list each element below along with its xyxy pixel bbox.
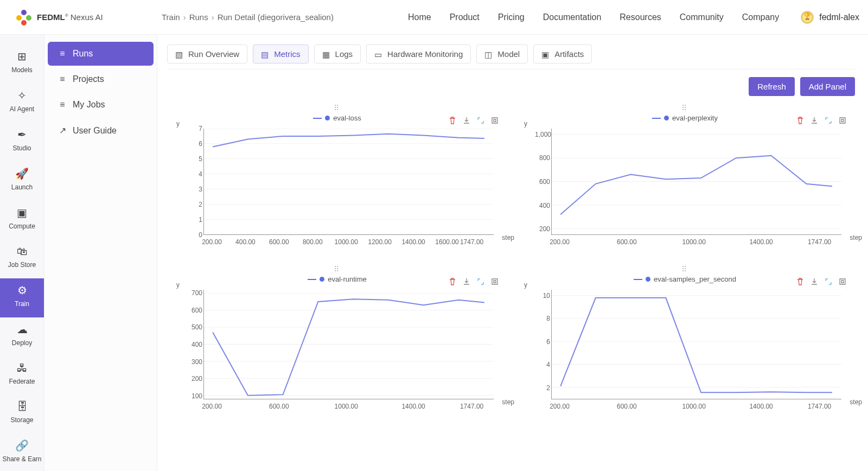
user-menu[interactable]: fedml-alex xyxy=(801,11,859,24)
logs-icon: ▦ xyxy=(322,50,331,59)
x-tick: 1747.00 xyxy=(460,403,483,410)
plot-area[interactable] xyxy=(203,290,494,399)
x-axis-label: step xyxy=(502,234,514,241)
y-tick: 400 xyxy=(535,202,550,209)
deploy-icon: ☁ xyxy=(0,323,44,336)
rail-item-studio[interactable]: ✒Studio xyxy=(0,123,44,162)
x-tick: 200.00 xyxy=(550,403,570,410)
rail-item-job-store[interactable]: 🛍Job Store xyxy=(0,240,44,278)
ai-agent-icon: ✧ xyxy=(0,89,44,102)
tab-logs[interactable]: ▦Logs xyxy=(314,44,361,63)
rst-icon[interactable] xyxy=(838,277,847,286)
del-icon[interactable] xyxy=(448,277,457,286)
crumb-train[interactable]: Train xyxy=(162,12,180,22)
dl-icon[interactable] xyxy=(810,116,819,125)
sidebar-item-user-guide[interactable]: ↗User Guide xyxy=(48,118,154,143)
tab-artifacts[interactable]: ▣Artifacts xyxy=(533,44,592,63)
artifacts-icon: ▣ xyxy=(541,50,550,59)
nav-pricing[interactable]: Pricing xyxy=(498,12,525,22)
tab-hardware-monitoring[interactable]: ▭Hardware Monitoring xyxy=(366,44,471,63)
x-tick: 1400.00 xyxy=(401,238,425,246)
crumb-runs[interactable]: Runs xyxy=(189,12,208,22)
plot-area[interactable] xyxy=(551,129,841,235)
launch-icon: 🚀 xyxy=(0,167,44,180)
drag-handle-icon[interactable]: ⠿ xyxy=(515,102,854,114)
sidebar-item-projects[interactable]: ≡Projects xyxy=(48,67,154,91)
y-axis-label: y xyxy=(176,281,180,289)
rail-item-storage[interactable]: 🗄Storage xyxy=(0,395,44,434)
y-tick: 4 xyxy=(535,361,550,368)
y-axis-label: y xyxy=(524,120,527,128)
nav-product[interactable]: Product xyxy=(450,12,480,22)
tab-metrics[interactable]: ▤Metrics xyxy=(253,44,308,63)
plot-area[interactable] xyxy=(551,290,841,399)
drag-handle-icon[interactable]: ⠿ xyxy=(168,263,507,275)
nav-community[interactable]: Community xyxy=(680,12,724,22)
train-icon: ⚙ xyxy=(0,284,44,297)
x-tick: 1400.00 xyxy=(749,403,773,410)
panel-toolbar xyxy=(796,277,847,286)
logo[interactable]: FEDML® Nexus AI xyxy=(0,10,157,25)
x-tick: 200.00 xyxy=(202,403,222,410)
main-content: ▧Run Overview▤Metrics▦Logs▭Hardware Moni… xyxy=(157,35,868,471)
x-tick: 600.00 xyxy=(617,403,637,410)
y-tick: 4 xyxy=(187,170,202,178)
plot-area[interactable] xyxy=(203,129,494,235)
y-tick: 5 xyxy=(187,155,202,163)
add-panel-button[interactable]: Add Panel xyxy=(800,77,855,96)
full-icon[interactable] xyxy=(824,277,833,286)
metrics-icon: ▤ xyxy=(261,50,270,59)
rail-item-train[interactable]: ⚙Train xyxy=(0,278,44,317)
rail-item-compute[interactable]: ▣Compute xyxy=(0,201,44,240)
list-icon: ↗ xyxy=(58,125,67,136)
list-icon: ≡ xyxy=(58,100,67,110)
panel-eval-runtime: ⠿eval-runtimeystep1002003004005006007002… xyxy=(167,263,507,419)
rail-item-ai-agent[interactable]: ✧AI Agent xyxy=(0,84,44,123)
share-earn-icon: 🔗 xyxy=(0,439,44,452)
x-tick: 1400.00 xyxy=(749,238,773,246)
x-tick: 600.00 xyxy=(617,238,637,246)
nav-company[interactable]: Company xyxy=(742,12,779,22)
rail-item-share-earn[interactable]: 🔗Share & Earn xyxy=(0,434,44,471)
left-rail: ⊞Models✧AI Agent✒Studio🚀Launch▣Compute🛍J… xyxy=(0,35,44,471)
del-icon[interactable] xyxy=(796,116,805,125)
refresh-button[interactable]: Refresh xyxy=(749,77,795,96)
full-icon[interactable] xyxy=(476,116,485,125)
rst-icon[interactable] xyxy=(490,116,499,125)
rst-icon[interactable] xyxy=(490,277,499,286)
job-store-icon: 🛍 xyxy=(0,245,44,258)
dl-icon[interactable] xyxy=(810,277,819,286)
top-nav: Home Product Pricing Documentation Resou… xyxy=(408,12,779,22)
x-tick: 600.00 xyxy=(269,403,289,410)
nav-resources[interactable]: Resources xyxy=(620,12,661,22)
del-icon[interactable] xyxy=(796,277,805,286)
full-icon[interactable] xyxy=(824,116,833,125)
del-icon[interactable] xyxy=(448,116,457,125)
sidebar-item-my-jobs[interactable]: ≡My Jobs xyxy=(48,93,154,117)
models-icon: ⊞ xyxy=(0,50,44,63)
nav-home[interactable]: Home xyxy=(408,12,431,22)
dl-icon[interactable] xyxy=(462,277,471,286)
x-tick: 1747.00 xyxy=(808,403,831,410)
tab-run-overview[interactable]: ▧Run Overview xyxy=(167,44,247,63)
sidebar-item-runs[interactable]: ≡Runs xyxy=(48,42,154,66)
y-tick: 200 xyxy=(535,225,550,233)
rail-item-launch[interactable]: 🚀Launch xyxy=(0,162,44,201)
drag-handle-icon[interactable]: ⠿ xyxy=(515,263,854,275)
nav-documentation[interactable]: Documentation xyxy=(543,12,602,22)
drag-handle-icon[interactable]: ⠿ xyxy=(168,102,507,114)
rail-item-models[interactable]: ⊞Models xyxy=(0,44,44,84)
y-tick: 800 xyxy=(535,154,550,162)
rst-icon[interactable] xyxy=(838,116,847,125)
y-tick: 6 xyxy=(187,140,202,148)
dl-icon[interactable] xyxy=(462,116,471,125)
y-tick: 1,000 xyxy=(535,131,550,138)
y-tick: 1 xyxy=(187,216,202,224)
full-icon[interactable] xyxy=(476,277,485,286)
x-axis-label: step xyxy=(850,398,862,406)
rail-item-deploy[interactable]: ☁Deploy xyxy=(0,317,44,357)
tab-model[interactable]: ◫Model xyxy=(476,44,528,63)
rail-item-federate[interactable]: 🖧Federate xyxy=(0,357,44,395)
y-tick: 7 xyxy=(187,125,202,132)
compute-icon: ▣ xyxy=(0,206,44,219)
